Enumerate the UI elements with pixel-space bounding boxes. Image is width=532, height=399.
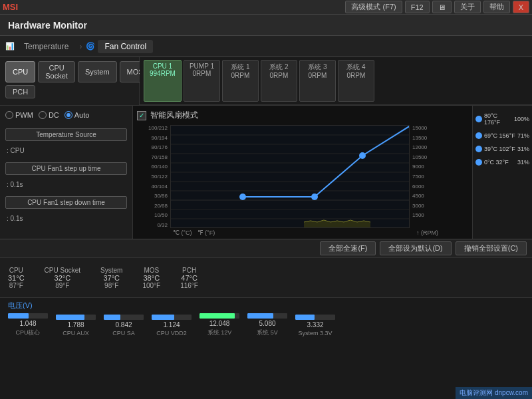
voltage-bar-cpu-sa	[104, 315, 120, 320]
board-button[interactable]: 🖥	[432, 1, 452, 13]
voltage-bar-cpu-aux	[56, 315, 84, 320]
step-up-label[interactable]: CPU Fan1 step up time	[5, 162, 127, 175]
page-title: Hardware Monitor	[8, 20, 87, 31]
title-bar: Hardware Monitor	[0, 15, 532, 36]
x-unit-f: ℉ (°F)	[198, 229, 215, 236]
temp-dot-39[interactable]	[475, 146, 482, 152]
sensor-system[interactable]: System	[78, 61, 117, 82]
action-bar: 全部全速(F) 全部设为默认(D) 撤销全部设置(C)	[0, 239, 532, 257]
mode-button[interactable]: 高级模式 (F7)	[345, 1, 402, 13]
voltage-cpu-sa: 0.842 CPU SA	[104, 315, 144, 336]
temp-dot-0[interactable]	[475, 159, 482, 166]
sensor-pch[interactable]: PCH	[5, 85, 35, 98]
fan-icon: 🌀	[86, 42, 95, 51]
voltage-strip: 电压(V) 1.048 CPU核心 1.788 CPU AUX 0.842 CP…	[0, 297, 532, 337]
voltage-bar-cpu-core	[8, 313, 29, 319]
voltage-items: 1.048 CPU核心 1.788 CPU AUX 0.842 CPU SA 1…	[8, 313, 524, 337]
radio-circle-pwm	[5, 111, 13, 119]
sensor-cpu[interactable]: CPU	[5, 61, 35, 82]
step-up-value: : 0.1s	[5, 181, 127, 188]
voltage-bar-cpu-vdd2	[152, 315, 174, 320]
logo: MSI	[3, 2, 18, 12]
voltage-bar-container-cpu-core	[8, 313, 48, 319]
voltage-bar-sys-12v	[200, 313, 235, 319]
fan-tab-cpu1[interactable]: CPU 1 994RPM	[144, 60, 182, 102]
voltage-bar-container-cpu-aux	[56, 315, 96, 320]
top-bar: MSI 高级模式 (F7) F12 🖥 关于 帮助 X	[0, 0, 532, 15]
fan-tab-pump1-rpm: 0RPM	[190, 70, 214, 77]
smart-fan-title: 智能风扇模式	[150, 110, 198, 121]
temp-cpu-socket: CPU Socket 32°C 89°F	[45, 267, 80, 289]
fan-tab-sys1[interactable]: 系统 1 0RPM	[222, 60, 259, 102]
fan-tab-sys3[interactable]: 系统 3 0RPM	[299, 60, 336, 102]
svg-point-10	[239, 194, 246, 200]
sensor-fan-row: CPU CPU Socket System MOS PCH CPU 1 994R…	[0, 57, 532, 106]
temp-source-label[interactable]: Temperature Source	[5, 128, 127, 141]
fan-tab-pump1-label: PUMP 1	[190, 63, 214, 70]
tab-fan-control[interactable]: Fan Control	[98, 40, 153, 53]
radio-row: PWM DC Auto	[5, 111, 127, 119]
voltage-sys-12v: 12.048 系统 12V	[200, 313, 239, 337]
fan-tab-sys4[interactable]: 系统 4 0RPM	[338, 60, 374, 102]
temp-setting-80: 80°C 176°F 100%	[475, 111, 529, 127]
top-bar-buttons: 高级模式 (F7) F12 🖥 关于 帮助 X	[345, 1, 529, 13]
fan-tab-sys2[interactable]: 系统 2 0RPM	[261, 60, 297, 102]
temp-setting-0: 0°C 32°F 31%	[475, 158, 529, 167]
tab-divider: ›	[79, 42, 82, 51]
radio-pwm[interactable]: PWM	[5, 111, 33, 119]
voltage-cpu-aux: 1.788 CPU AUX	[56, 315, 96, 336]
y-axis-right: 15000 13500 12000 10500 9000 7500 6000 4…	[410, 125, 440, 228]
temp-cpu: CPU 31°C 87°F	[8, 267, 25, 289]
fan-tab-cpu1-rpm: 994RPM	[150, 70, 176, 77]
y-axis-left: 100/212 90/194 80/176 70/158 60/140 50/1…	[137, 125, 170, 228]
cancel-all-button[interactable]: 撤销全部设置(C)	[456, 241, 527, 255]
svg-point-11	[311, 194, 318, 200]
voltage-bar-container-cpu-sa	[104, 315, 144, 320]
voltage-cpu-vdd2: 1.124 CPU VDD2	[152, 315, 192, 336]
y-unit: ↑ (RPM)	[416, 229, 438, 236]
temp-dot-69[interactable]	[475, 132, 482, 139]
radio-auto[interactable]: Auto	[65, 111, 90, 119]
radio-dc[interactable]: DC	[39, 111, 59, 119]
all-default-button[interactable]: 全部设为默认(D)	[380, 241, 451, 255]
voltage-bar-sys-5v	[247, 313, 273, 319]
step-down-value: : 0.1s	[5, 215, 127, 222]
temp-setting-39: 39°C 102°F 31%	[475, 144, 529, 154]
temp-source-value: : CPU	[5, 147, 127, 154]
voltage-label: 电压(V)	[8, 301, 524, 311]
temp-pch: PCH 47°C 116°F	[180, 267, 198, 289]
tab-bar: 📊 Temperature › 🌀 Fan Control	[0, 36, 532, 57]
radio-circle-auto	[65, 111, 72, 119]
help-button[interactable]: 帮助	[483, 1, 510, 13]
svg-point-12	[359, 152, 366, 159]
voltage-cpu-core: 1.048 CPU核心	[8, 313, 48, 337]
watermark: 电脑评测网 dnpcw.com	[456, 387, 532, 399]
voltage-sys-5v: 5.080 系统 5V	[247, 313, 287, 337]
sensor-cpu-socket[interactable]: CPU Socket	[38, 61, 75, 82]
fan-tab-cpu1-label: CPU 1	[150, 63, 176, 70]
temp-system: System 37°C 98°F	[100, 267, 122, 289]
fan-chart-svg[interactable]	[170, 125, 410, 228]
main-content: PWM DC Auto Temperature Source : CPU CPU…	[0, 106, 532, 239]
x-unit-c: ℃ (°C)	[173, 229, 192, 236]
voltage-bar-container-sys-12v	[200, 313, 239, 319]
all-full-speed-button[interactable]: 全部全速(F)	[320, 241, 376, 255]
tab-temperature[interactable]: Temperature	[17, 40, 75, 53]
sensor-row-1: CPU CPU Socket System MOS	[5, 61, 134, 82]
close-button[interactable]: X	[513, 1, 529, 13]
voltage-sys-33v: 3.332 System 3.3V	[295, 315, 335, 336]
voltage-bar-container-cpu-vdd2	[152, 315, 192, 320]
smart-fan-checkbox[interactable]	[137, 111, 146, 120]
about-button[interactable]: 关于	[454, 1, 481, 13]
temp-setting-69: 69°C 156°F 71%	[475, 131, 529, 140]
step-down-label[interactable]: CPU Fan1 step down time	[5, 196, 127, 209]
temp-dot-80[interactable]	[475, 116, 482, 122]
voltage-bar-sys-33v	[295, 315, 315, 320]
fan-tabs: CPU 1 994RPM PUMP 1 0RPM 系统 1 0RPM 系统 2 …	[140, 57, 532, 105]
x-axis-labels: ℃ (°C) ℉ (°F) ↑ (RPM)	[173, 229, 468, 236]
voltage-bar-container-sys-33v	[295, 315, 335, 320]
temperature-strip: CPU 31°C 87°F CPU Socket 32°C 89°F Syste…	[0, 257, 532, 297]
fan-tab-pump1[interactable]: PUMP 1 0RPM	[184, 60, 220, 102]
right-temp-settings: 80°C 176°F 100% 69°C 156°F 71% 39°C 102°…	[472, 106, 532, 239]
f12-button[interactable]: F12	[405, 1, 430, 13]
